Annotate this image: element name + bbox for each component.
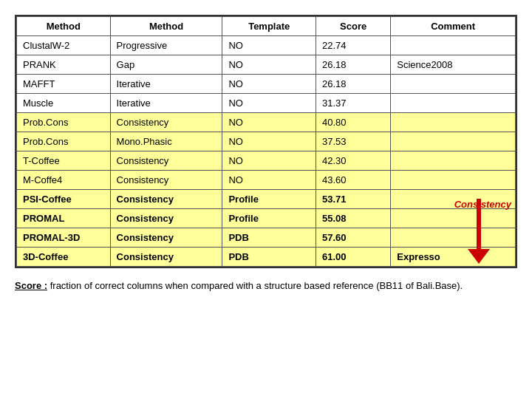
cell-11-0: 3D-Coffee: [17, 248, 111, 267]
cell-9-4: [391, 209, 516, 228]
cell-2-3: 26.18: [316, 75, 391, 94]
cell-9-0: PROMAL: [17, 209, 111, 228]
cell-10-1: Consistency: [110, 228, 222, 248]
cell-6-0: T-Coffee: [17, 151, 111, 171]
arrow-shaft: [477, 199, 481, 250]
header-method2: Method: [110, 17, 222, 36]
cell-9-2: Profile: [222, 209, 316, 228]
cell-10-3: 57.60: [316, 228, 391, 248]
cell-2-2: NO: [222, 75, 316, 94]
cell-10-2: PDB: [222, 228, 316, 248]
cell-1-4: Science2008: [391, 55, 516, 75]
cell-8-0: PSI-Coffee: [17, 190, 111, 209]
cell-0-2: NO: [222, 36, 316, 55]
cell-1-0: PRANK: [17, 55, 111, 75]
header-template: Template: [222, 17, 316, 36]
cell-11-3: 61.00: [316, 248, 391, 267]
cell-4-4: [391, 113, 516, 132]
cell-7-1: Consistency: [110, 171, 222, 190]
cell-1-1: Gap: [110, 55, 222, 75]
score-label: Score :: [15, 280, 47, 291]
cell-0-0: ClustalW-2: [17, 36, 111, 55]
table-row: MuscleIterativeNO31.37: [17, 94, 516, 113]
consistency-annotation: Consistency: [454, 199, 511, 210]
cell-1-2: NO: [222, 55, 316, 75]
footer: Score : fraction of correct columns when…: [15, 280, 517, 291]
table-row: PSI-CoffeeConsistencyProfile53.71: [17, 190, 516, 209]
table-row: T-CoffeeConsistencyNO42.30: [17, 151, 516, 171]
cell-5-0: Prob.Cons: [17, 132, 111, 151]
cell-2-1: Iterative: [110, 75, 222, 94]
cell-7-4: [391, 171, 516, 190]
cell-11-2: PDB: [222, 248, 316, 267]
table-row: PRANKGapNO26.18Science2008: [17, 55, 516, 75]
cell-7-2: NO: [222, 171, 316, 190]
cell-10-0: PROMAL-3D: [17, 228, 111, 248]
cell-5-3: 37.53: [316, 132, 391, 151]
cell-8-1: Consistency: [110, 190, 222, 209]
cell-2-4: [391, 75, 516, 94]
cell-1-3: 26.18: [316, 55, 391, 75]
table-row: ClustalW-2ProgressiveNO22.74: [17, 36, 516, 55]
cell-9-3: 55.08: [316, 209, 391, 228]
cell-0-4: [391, 36, 516, 55]
header-comment: Comment: [391, 17, 516, 36]
cell-3-0: Muscle: [17, 94, 111, 113]
cell-8-3: 53.71: [316, 190, 391, 209]
main-table: Method Method Template Score Comment Clu…: [15, 15, 517, 268]
cell-0-3: 22.74: [316, 36, 391, 55]
cell-7-0: M-Coffe4: [17, 171, 111, 190]
cell-5-2: NO: [222, 132, 316, 151]
cell-0-1: Progressive: [110, 36, 222, 55]
cell-4-3: 40.80: [316, 113, 391, 132]
cell-7-3: 43.60: [316, 171, 391, 190]
cell-3-4: [391, 94, 516, 113]
cell-3-3: 31.37: [316, 94, 391, 113]
cell-4-0: Prob.Cons: [17, 113, 111, 132]
arrow-head: [468, 249, 490, 264]
cell-11-4: Expresso: [391, 248, 516, 267]
cell-6-2: NO: [222, 151, 316, 171]
header-score: Score: [316, 17, 391, 36]
cell-6-4: [391, 151, 516, 171]
table-row: 3D-CoffeeConsistencyPDB61.00Expresso: [17, 248, 516, 267]
cell-3-1: Iterative: [110, 94, 222, 113]
cell-11-1: Consistency: [110, 248, 222, 267]
table-row: Prob.ConsConsistencyNO40.80: [17, 113, 516, 132]
cell-5-4: [391, 132, 516, 151]
table-row: MAFFTIterativeNO26.18: [17, 75, 516, 94]
header-method1: Method: [17, 17, 111, 36]
table-row: PROMAL-3DConsistencyPDB57.60: [17, 228, 516, 248]
cell-4-2: NO: [222, 113, 316, 132]
cell-5-1: Mono.Phasic: [110, 132, 222, 151]
cell-9-1: Consistency: [110, 209, 222, 228]
cell-6-3: 42.30: [316, 151, 391, 171]
cell-6-1: Consistency: [110, 151, 222, 171]
footer-text: fraction of correct columns when compare…: [47, 280, 463, 291]
cell-2-0: MAFFT: [17, 75, 111, 94]
table-row: M-Coffe4ConsistencyNO43.60: [17, 171, 516, 190]
cell-10-4: [391, 228, 516, 248]
table-row: PROMALConsistencyProfile55.08: [17, 209, 516, 228]
table-row: Prob.ConsMono.PhasicNO37.53: [17, 132, 516, 151]
cell-8-2: Profile: [222, 190, 316, 209]
cell-3-2: NO: [222, 94, 316, 113]
cell-4-1: Consistency: [110, 113, 222, 132]
